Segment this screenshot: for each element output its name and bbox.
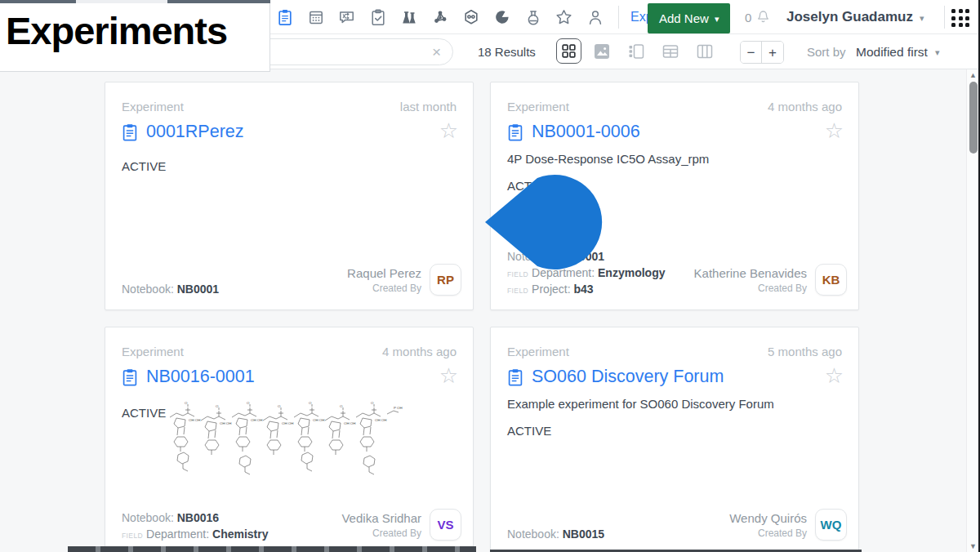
card-type-label: Experiment bbox=[507, 100, 569, 114]
status-badge: ACTIVE bbox=[507, 424, 551, 438]
scroll-down-icon[interactable]: ▼ bbox=[969, 542, 978, 550]
field-name: Department: bbox=[146, 528, 209, 541]
star-icon[interactable] bbox=[555, 9, 572, 26]
experiment-card[interactable]: Experiment 5 months ago SO060 Discovery … bbox=[490, 327, 859, 552]
cursor-highlight-icon bbox=[482, 167, 612, 278]
clipboard-icon[interactable] bbox=[276, 9, 293, 26]
creator-name: Katherine Benavides bbox=[694, 266, 807, 280]
flask-icon[interactable] bbox=[524, 9, 541, 26]
card-subtitle: Example experiment for SO060 Discovery F… bbox=[507, 397, 774, 411]
sort-by-label: Sort by bbox=[807, 34, 846, 69]
page-title: Experiments bbox=[6, 8, 227, 53]
favorite-star-icon[interactable]: ☆ bbox=[825, 120, 844, 141]
card-title-link[interactable]: 0001RPerez bbox=[146, 122, 244, 142]
header-divider bbox=[944, 6, 945, 29]
user-name: Joselyn Guadamuz bbox=[786, 9, 913, 25]
status-badge: ACTIVE bbox=[122, 406, 166, 420]
field-value: b43 bbox=[573, 283, 593, 296]
creator-block: Katherine Benavides Created By KB bbox=[694, 264, 847, 296]
user-icon[interactable] bbox=[586, 9, 604, 26]
clipboard-check-icon[interactable] bbox=[369, 9, 386, 26]
card-modified: last month bbox=[400, 100, 457, 114]
creator-name: Raquel Perez bbox=[347, 266, 421, 280]
created-by-label: Created By bbox=[729, 528, 807, 539]
card-title-link[interactable]: SO060 Discovery Forum bbox=[532, 367, 724, 387]
status-badge: ACTIVE bbox=[122, 159, 166, 173]
notebook-label: Notebook: bbox=[507, 528, 559, 541]
results-count: 18 Results bbox=[478, 34, 536, 69]
svg-text:P OH: P OH bbox=[394, 406, 403, 410]
experiment-icon bbox=[122, 368, 138, 386]
card-grid: Experiment last month 0001RPerez ☆ ACTIV… bbox=[105, 82, 859, 552]
experiment-card[interactable]: Experiment last month 0001RPerez ☆ ACTIV… bbox=[105, 82, 474, 310]
card-modified: 4 months ago bbox=[382, 345, 457, 358]
field-value: Chemistry bbox=[212, 528, 268, 541]
add-new-button[interactable]: Add New▾ bbox=[648, 3, 730, 33]
card-title-link[interactable]: NB0016-0001 bbox=[146, 367, 255, 387]
user-menu[interactable]: Joselyn Guadamuz ▾ bbox=[786, 0, 924, 34]
favorite-star-icon[interactable]: ☆ bbox=[439, 120, 458, 141]
notebook-label: Notebook: bbox=[122, 511, 174, 524]
title-overlay: Experiments bbox=[0, 3, 270, 72]
bell-icon bbox=[755, 10, 771, 25]
blob-icon[interactable] bbox=[493, 9, 510, 26]
zoom-out-button[interactable]: − bbox=[741, 42, 762, 63]
notebook-value: NB0001 bbox=[177, 283, 219, 296]
creator-name: Vedika Sridhar bbox=[341, 511, 421, 525]
field-name: Project: bbox=[532, 283, 570, 296]
board-view-icon[interactable] bbox=[626, 42, 645, 60]
scrollbar-thumb[interactable] bbox=[969, 82, 978, 154]
chat-shuffle-icon[interactable] bbox=[338, 9, 355, 26]
creator-block: Raquel Perez Created By RP bbox=[347, 264, 461, 296]
chevron-down-icon: ▾ bbox=[920, 13, 924, 24]
experiment-card[interactable]: Experiment 4 months ago NB0016-0001 ☆ AC… bbox=[105, 327, 474, 552]
notebook-value: NB0015 bbox=[563, 528, 604, 541]
notebook-value: NB0016 bbox=[177, 511, 219, 524]
card-type-label: Experiment bbox=[122, 100, 184, 114]
chevron-down-icon: ▾ bbox=[715, 14, 719, 24]
creator-name: Wendy Quirós bbox=[729, 511, 807, 525]
vertical-scrollbar[interactable]: ▲ ▼ bbox=[966, 69, 978, 552]
sort-select[interactable]: Modified first ▾ bbox=[856, 34, 939, 69]
created-by-label: Created By bbox=[694, 283, 807, 294]
avatar[interactable]: RP bbox=[430, 264, 461, 296]
molecule-icon[interactable] bbox=[431, 9, 448, 26]
avatar[interactable]: KB bbox=[815, 264, 847, 296]
module-nav bbox=[276, 0, 604, 34]
search-box: × bbox=[245, 38, 453, 65]
notifications[interactable]: 0 bbox=[745, 0, 771, 34]
favorite-star-icon[interactable]: ☆ bbox=[439, 365, 458, 386]
card-title-link[interactable]: NB0001-0006 bbox=[532, 122, 640, 142]
card-modified: 4 months ago bbox=[768, 100, 842, 114]
calendar-icon[interactable] bbox=[307, 9, 324, 26]
grid-view-icon[interactable] bbox=[556, 38, 581, 64]
scroll-up-icon[interactable]: ▲ bbox=[969, 71, 978, 79]
next-row-card-sliver bbox=[68, 546, 476, 552]
chevron-down-icon: ▾ bbox=[935, 47, 940, 58]
columns-view-icon[interactable] bbox=[695, 42, 714, 60]
card-modified: 5 months ago bbox=[768, 345, 842, 358]
image-view-icon[interactable] bbox=[592, 42, 611, 60]
card-size-controls: − + bbox=[740, 41, 784, 64]
created-by-label: Created By bbox=[347, 283, 421, 294]
experiment-icon bbox=[122, 123, 138, 141]
notification-count: 0 bbox=[745, 11, 751, 24]
table-view-icon[interactable] bbox=[661, 42, 679, 60]
card-type-label: Experiment bbox=[122, 345, 184, 358]
creator-block: Vedika Sridhar Created By VS bbox=[341, 509, 461, 541]
header-divider bbox=[618, 6, 619, 29]
hexagon-icon[interactable] bbox=[462, 9, 479, 26]
beakers-icon[interactable] bbox=[400, 9, 417, 26]
notebook-label: Notebook: bbox=[122, 283, 174, 296]
avatar[interactable]: VS bbox=[430, 509, 461, 541]
avatar[interactable]: WQ bbox=[815, 509, 847, 541]
favorite-star-icon[interactable]: ☆ bbox=[825, 365, 844, 386]
structure-image: OH OH O bbox=[168, 398, 403, 501]
field-tag: FIELD bbox=[507, 287, 528, 295]
app-grid-icon[interactable] bbox=[951, 9, 969, 27]
clear-search-icon[interactable]: × bbox=[432, 44, 452, 60]
search-input[interactable] bbox=[246, 46, 432, 59]
card-type-label: Experiment bbox=[507, 345, 569, 358]
card-subtitle: 4P Dose-Response IC5O Assay_rpm bbox=[507, 152, 709, 166]
zoom-in-button[interactable]: + bbox=[762, 42, 783, 63]
